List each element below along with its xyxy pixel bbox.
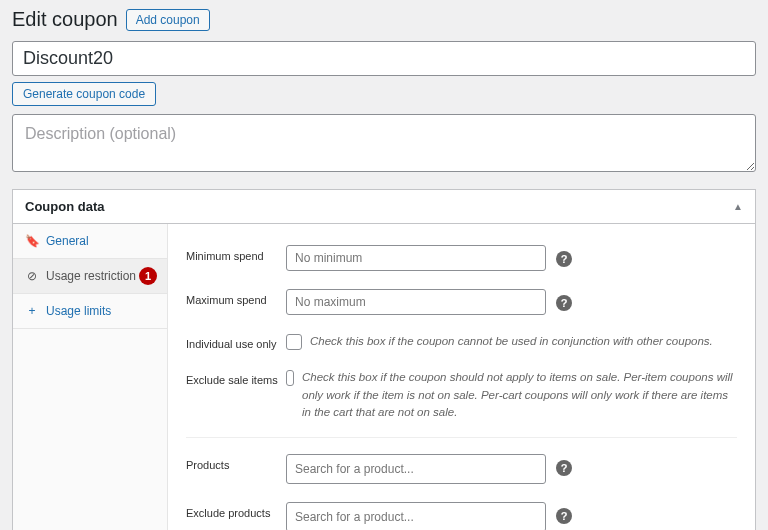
tab-content: Minimum spend ? Maximum spend ? Individu… <box>168 224 755 530</box>
min-spend-input[interactable] <box>286 245 546 271</box>
row-individual-use: Individual use only Check this box if th… <box>186 324 737 360</box>
row-max-spend: Maximum spend ? <box>186 280 737 324</box>
tabs-sidebar: 🔖 General ⊘ Usage restriction 1 + Usage … <box>13 224 168 530</box>
checkbox-description: Check this box if the coupon should not … <box>302 369 737 422</box>
exclude-products-select[interactable]: Search for a product... <box>286 502 546 530</box>
tab-general[interactable]: 🔖 General <box>13 224 167 259</box>
plus-icon: + <box>25 304 39 318</box>
help-icon[interactable]: ? <box>556 508 572 524</box>
checkbox-description: Check this box if the coupon cannot be u… <box>310 333 713 351</box>
individual-use-checkbox[interactable] <box>286 334 302 350</box>
row-exclude-sale: Exclude sale items Check this box if the… <box>186 360 737 431</box>
help-icon[interactable]: ? <box>556 460 572 476</box>
tab-label: General <box>46 234 89 248</box>
row-exclude-products: Exclude products Search for a product...… <box>186 493 737 530</box>
tab-label: Usage limits <box>46 304 111 318</box>
panel-header: Coupon data ▲ <box>13 190 755 224</box>
panel-toggle-icon[interactable]: ▲ <box>733 201 743 212</box>
tag-icon: 🔖 <box>25 234 39 248</box>
block-icon: ⊘ <box>25 269 39 283</box>
page-title: Edit coupon <box>12 8 118 31</box>
tab-usage-limits[interactable]: + Usage limits <box>13 294 167 329</box>
panel-title: Coupon data <box>25 199 104 214</box>
select-placeholder: Search for a product... <box>295 510 414 524</box>
row-products: Products Search for a product... ? <box>186 437 737 493</box>
field-label: Minimum spend <box>186 245 286 262</box>
description-textarea[interactable] <box>12 114 756 172</box>
max-spend-input[interactable] <box>286 289 546 315</box>
field-label: Exclude products <box>186 502 286 519</box>
field-label: Maximum spend <box>186 289 286 306</box>
page-header: Edit coupon Add coupon <box>12 8 756 31</box>
panel-body: 🔖 General ⊘ Usage restriction 1 + Usage … <box>13 224 755 530</box>
help-icon[interactable]: ? <box>556 295 572 311</box>
field-label: Individual use only <box>186 333 286 350</box>
help-icon[interactable]: ? <box>556 251 572 267</box>
exclude-sale-checkbox[interactable] <box>286 370 294 386</box>
add-coupon-button[interactable]: Add coupon <box>126 9 210 31</box>
tab-label: Usage restriction <box>46 269 136 283</box>
field-label: Exclude sale items <box>186 369 286 386</box>
select-placeholder: Search for a product... <box>295 462 414 476</box>
products-select[interactable]: Search for a product... <box>286 454 546 484</box>
annotation-badge-1: 1 <box>139 267 157 285</box>
generate-code-button[interactable]: Generate coupon code <box>12 82 156 106</box>
tab-usage-restriction[interactable]: ⊘ Usage restriction 1 <box>13 259 167 294</box>
field-label: Products <box>186 454 286 471</box>
coupon-code-input[interactable] <box>12 41 756 76</box>
coupon-data-panel: Coupon data ▲ 🔖 General ⊘ Usage restrict… <box>12 189 756 530</box>
row-min-spend: Minimum spend ? <box>186 236 737 280</box>
